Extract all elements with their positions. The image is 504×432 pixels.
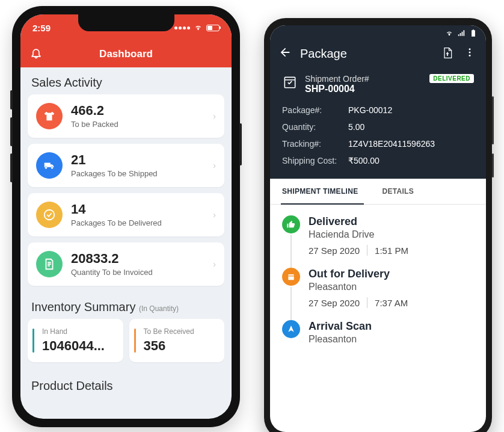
inv-in-hand[interactable]: In Hand 1046044... <box>28 319 123 362</box>
pdf-icon[interactable] <box>441 47 453 61</box>
package-icon <box>282 74 298 92</box>
iphone-power-button <box>239 123 242 165</box>
tracking-value: 1Z4V18E20411596263 <box>348 135 435 152</box>
timeline-item-delivered: Delivered Hacienda Drive 27 Sep 2020 1:5… <box>282 215 474 268</box>
chevron-right-icon: › <box>213 111 216 121</box>
battery-icon <box>206 25 220 31</box>
inv-value: 356 <box>138 338 217 354</box>
chevron-right-icon: › <box>213 210 216 220</box>
timeline-title: Delivered <box>309 215 408 228</box>
shipping-cost-value: ₹500.00 <box>348 152 380 169</box>
timeline-location: Hacienda Drive <box>309 229 408 240</box>
page-title: Dashboard <box>99 48 153 60</box>
svg-point-1 <box>469 48 471 50</box>
android-volume-button <box>492 96 494 144</box>
inv-to-be-received[interactable]: To Be Received 356 <box>129 319 225 362</box>
product-details-title: Product Details <box>20 371 232 398</box>
iphone-volume-down <box>10 153 13 182</box>
status-badge: DELIVERED <box>429 74 474 83</box>
svg-rect-5 <box>288 274 293 280</box>
shipment-order-label: Shipment Order# <box>305 74 422 84</box>
document-icon <box>36 251 63 277</box>
box-icon <box>282 268 300 286</box>
svg-point-3 <box>469 55 471 57</box>
iphone-frame: 2:59 Dashboard Sales Activity <box>12 6 240 427</box>
card-to-be-shipped[interactable]: 21 Packages To be Shipped › <box>28 144 224 187</box>
check-circle-icon <box>36 202 63 228</box>
shipment-header: Shipment Order# SHP-00004 DELIVERED <box>270 68 486 98</box>
timeline-location: Pleasanton <box>309 334 372 345</box>
card-label: Packages To be Shipped <box>71 169 204 178</box>
wifi-icon <box>194 23 203 33</box>
package-value: PKG-00012 <box>348 102 392 119</box>
android-header-region: Package Shipment Order# SHP-00004 <box>270 25 486 179</box>
iphone-screen: 2:59 Dashboard Sales Activity <box>20 14 232 419</box>
iphone-mute-switch <box>10 90 13 110</box>
location-arrow-icon <box>282 320 300 338</box>
svg-point-0 <box>45 210 55 220</box>
timeline-time: 1:51 PM <box>375 245 408 256</box>
card-value: 466.2 <box>71 103 204 118</box>
card-label: Packages To be Delivered <box>71 218 204 227</box>
timeline-title: Out for Delivery <box>309 268 408 280</box>
inv-value: 1046044... <box>36 338 115 354</box>
timeline-title: Arrival Scan <box>309 320 372 333</box>
card-value: 14 <box>71 202 204 217</box>
tabs: SHIPMENT TIMELINE DETAILS <box>270 179 486 205</box>
separator <box>367 245 367 256</box>
timeline-item-out-for-delivery: Out for Delivery Pleasanton 27 Sep 2020 … <box>282 268 474 320</box>
inventory-subtitle: (In Quantity) <box>139 304 179 313</box>
android-screen: Package Shipment Order# SHP-00004 <box>270 25 486 432</box>
more-icon[interactable] <box>462 47 478 61</box>
iphone-notch <box>78 14 174 31</box>
card-label: Quantity To be Invoiced <box>71 268 204 277</box>
iphone-volume-up <box>10 117 13 146</box>
card-to-be-invoiced[interactable]: 20833.2 Quantity To be Invoiced › <box>28 242 224 286</box>
ios-time: 2:59 <box>32 23 51 33</box>
tshirt-icon <box>36 103 63 129</box>
back-arrow-icon[interactable] <box>278 46 292 62</box>
sales-cards: 466.2 To be Packed › 21 Packages To be S… <box>20 94 232 286</box>
android-frame: Package Shipment Order# SHP-00004 <box>264 18 492 432</box>
card-to-be-delivered[interactable]: 14 Packages To be Delivered › <box>28 193 224 236</box>
android-status-bar <box>270 25 486 41</box>
chevron-right-icon: › <box>213 259 216 269</box>
timeline-location: Pleasanton <box>309 282 408 292</box>
timeline-date: 27 Sep 2020 <box>309 245 360 256</box>
timeline-time: 7:37 AM <box>375 298 408 308</box>
shipment-meta: Package#:PKG-00012 Quantity:5.00 Trackin… <box>270 98 486 179</box>
signal-icon <box>457 29 466 37</box>
tab-shipment-timeline[interactable]: SHIPMENT TIMELINE <box>270 179 370 204</box>
page-title: Package <box>300 47 433 61</box>
quantity-label: Quantity: <box>282 119 343 135</box>
thumbs-up-icon <box>282 215 300 233</box>
package-label: Package#: <box>282 102 343 119</box>
inventory-cards: In Hand 1046044... To Be Received 356 <box>20 319 232 371</box>
inventory-summary-title: Inventory Summary (In Quantity) <box>20 292 232 319</box>
inventory-title-text: Inventory Summary <box>31 300 135 313</box>
card-to-be-packed[interactable]: 466.2 To be Packed › <box>28 94 224 138</box>
card-label: To be Packed <box>71 120 204 129</box>
ios-header: Dashboard <box>20 41 232 67</box>
card-value: 21 <box>71 153 204 167</box>
timeline-item-arrival-scan: Arrival Scan Pleasanton <box>282 320 474 357</box>
tracking-label: Tracking#: <box>282 135 343 152</box>
sales-activity-title: Sales Activity <box>20 67 232 94</box>
card-value: 20833.2 <box>71 251 204 266</box>
chevron-right-icon: › <box>213 161 216 170</box>
svg-point-2 <box>469 52 471 54</box>
shipment-timeline: Delivered Hacienda Drive 27 Sep 2020 1:5… <box>270 205 486 368</box>
truck-icon <box>36 152 63 179</box>
separator <box>367 297 367 308</box>
signal-icon <box>174 26 190 29</box>
quantity-value: 5.00 <box>348 119 364 135</box>
inv-label: To Be Received <box>138 327 217 336</box>
tab-details[interactable]: DETAILS <box>370 179 426 204</box>
shipment-order-number: SHP-00004 <box>305 84 422 94</box>
wifi-icon <box>445 29 453 37</box>
shipping-cost-label: Shipping Cost: <box>282 152 343 169</box>
android-toolbar: Package <box>270 41 486 68</box>
battery-icon <box>469 29 478 37</box>
timeline-date: 27 Sep 2020 <box>309 298 360 308</box>
bell-icon[interactable] <box>30 47 42 62</box>
